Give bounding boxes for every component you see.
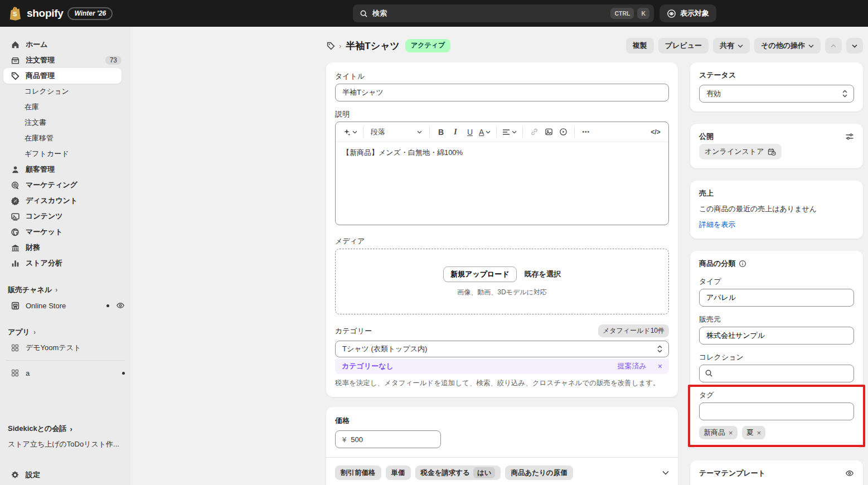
sidebar-item-marketing[interactable]: マーケティング <box>3 177 122 193</box>
sidebar-item-app-demo-yoom[interactable]: デモYoomテスト <box>3 340 125 356</box>
collections-search-input[interactable] <box>699 365 854 382</box>
preview-eye-icon[interactable] <box>116 301 125 310</box>
bold-button[interactable]: B <box>434 125 448 139</box>
italic-button[interactable]: I <box>448 125 463 139</box>
shopify-logo[interactable]: S shopify Winter '26 <box>8 0 113 27</box>
paragraph-style-dropdown[interactable]: 段落 <box>367 125 425 139</box>
eye-icon[interactable] <box>845 469 854 478</box>
sidebar-item-collections[interactable]: コレクション <box>3 84 122 99</box>
chevron-down-icon <box>417 130 422 134</box>
align-button[interactable] <box>501 125 518 139</box>
home-icon <box>10 40 20 50</box>
price-input[interactable]: ¥ <box>335 430 441 448</box>
insert-video-button[interactable] <box>556 125 570 139</box>
ai-sparkle-button[interactable] <box>341 125 359 139</box>
search-icon <box>705 369 713 377</box>
dismiss-suggestion-icon[interactable]: × <box>658 362 662 371</box>
product-type-input[interactable] <box>699 289 854 307</box>
info-icon[interactable] <box>739 260 746 268</box>
link-button[interactable] <box>527 125 541 139</box>
store-icon <box>10 300 20 311</box>
remove-tag-icon[interactable]: × <box>729 429 733 437</box>
suggested-link[interactable]: 提案済み <box>618 361 647 371</box>
content-icon <box>10 211 20 221</box>
sidebar-item-purchase-orders[interactable]: 注文書 <box>3 115 122 130</box>
product-details-card: タイトル 説明 段落 <box>326 62 678 397</box>
description-label: 説明 <box>335 109 669 119</box>
sidebar-item-transfers[interactable]: 在庫移管 <box>3 130 122 146</box>
vendor-input[interactable] <box>699 327 854 345</box>
title-input[interactable] <box>335 84 669 101</box>
share-button[interactable]: 共有 <box>713 38 750 54</box>
unit-price-chip[interactable]: 単価 <box>386 465 411 480</box>
underline-button[interactable]: U <box>463 125 477 139</box>
global-search-input[interactable]: 検索 CTRL K <box>353 4 654 22</box>
shortcut-k-key: K <box>637 8 649 19</box>
topbar: S shopify Winter '26 検索 CTRL K 表示対象 <box>0 0 868 27</box>
sidebar-item-content[interactable]: コンテンツ <box>3 208 122 224</box>
sales-channels-heading[interactable]: 販売チャネル › <box>8 284 123 295</box>
remove-tag-icon[interactable]: × <box>757 429 762 437</box>
sidebar-item-home[interactable]: ホーム <box>3 37 122 52</box>
media-dropzone[interactable]: 新規アップロード 既存を選択 画像、動画、3Dモデルに対応 <box>335 249 669 314</box>
tags-input[interactable] <box>699 402 854 420</box>
main-area: › 半袖Tシャツ アクティブ 複製 プレビュー 共有 その他の操作 タイトル 説… <box>130 27 868 485</box>
sidebar-item-settings[interactable]: 設定 <box>3 467 122 483</box>
next-product-button[interactable] <box>846 38 863 54</box>
sidebar-item-gift-cards[interactable]: ギフトカード <box>3 146 122 162</box>
status-badge: アクティブ <box>405 39 450 52</box>
sidebar-item-orders[interactable]: 注文管理 73 <box>3 52 122 68</box>
preview-button[interactable]: プレビュー <box>658 38 709 54</box>
charge-tax-chip[interactable]: 税金を請求する はい <box>415 465 501 480</box>
sidekick-conversations-link[interactable]: Sidekickとの会話 › <box>0 423 130 435</box>
app-notification-dot <box>122 372 125 375</box>
sidebar-item-analytics[interactable]: ストア分析 <box>3 255 122 271</box>
more-formatting-button[interactable]: ••• <box>579 125 593 139</box>
insights-details-link[interactable]: 詳細を表示 <box>699 220 735 230</box>
text-color-button[interactable]: A <box>477 125 492 139</box>
category-select[interactable]: Tシャツ (衣類トップス内) <box>335 341 669 357</box>
chevron-down-icon <box>852 44 857 48</box>
duplicate-button[interactable]: 複製 <box>626 38 654 54</box>
orders-icon <box>10 55 20 65</box>
price-value-input[interactable] <box>351 435 434 444</box>
online-store-channel-pill[interactable]: オンラインストア <box>699 144 782 159</box>
discount-icon <box>10 196 20 206</box>
breadcrumb-tag-icon[interactable] <box>326 41 336 51</box>
sidebar-item-markets[interactable]: $ マーケット <box>3 224 122 240</box>
sidekick-todo-item[interactable]: ストア立ち上げのToDoリスト作... <box>0 435 130 448</box>
media-label: メディア <box>335 236 669 246</box>
cost-per-item-chip[interactable]: 商品あたりの原価 <box>505 465 573 480</box>
chevron-down-icon <box>738 44 743 48</box>
sidebar-item-customers[interactable]: 顧客管理 <box>3 162 122 177</box>
metafields-badge[interactable]: メタフィールド10件 <box>598 324 669 337</box>
theme-template-card: テーマテンプレート <box>690 460 863 485</box>
view-target-button[interactable]: 表示対象 <box>660 4 716 22</box>
sidebar-item-finance[interactable]: 財務 <box>3 240 122 255</box>
status-select[interactable]: 有効 <box>699 85 854 103</box>
select-updown-icon <box>657 345 663 353</box>
sidebar-item-products[interactable]: 商品管理 <box>3 68 122 84</box>
description-body[interactable]: 【新商品】メンズ・白無地・綿100% <box>336 142 668 225</box>
sidebar: ホーム 注文管理 73 商品管理 コレクション 在庫 注文書 在庫移管 ギフトカ… <box>0 27 130 485</box>
apps-heading[interactable]: アプリ › <box>8 327 123 338</box>
insert-image-button[interactable] <box>541 125 556 139</box>
select-existing-link[interactable]: 既存を選択 <box>525 269 561 279</box>
sidebar-divider <box>6 360 125 361</box>
more-actions-button[interactable]: その他の操作 <box>754 38 821 54</box>
search-icon <box>360 9 368 18</box>
sidebar-item-inventory[interactable]: 在庫 <box>3 99 122 115</box>
previous-product-button[interactable] <box>825 38 842 54</box>
manage-channels-icon[interactable] <box>845 132 854 141</box>
code-view-button[interactable]: </> <box>648 125 663 139</box>
sidebar-item-online-store[interactable]: Online Store <box>3 298 125 313</box>
sidebar-item-discounts[interactable]: ディスカウント <box>3 193 122 208</box>
collapse-chevron-icon[interactable] <box>662 471 669 475</box>
insights-label: 売上 <box>699 188 854 198</box>
sidebar-item-app-a[interactable]: a <box>3 365 125 381</box>
upload-new-button[interactable]: 新規アップロード <box>443 266 517 282</box>
publishing-label: 公開 <box>699 132 714 142</box>
compare-at-price-chip[interactable]: 割引前価格 <box>335 465 381 480</box>
schedule-calendar-icon <box>768 148 776 156</box>
shopify-bag-icon: S <box>8 6 22 21</box>
